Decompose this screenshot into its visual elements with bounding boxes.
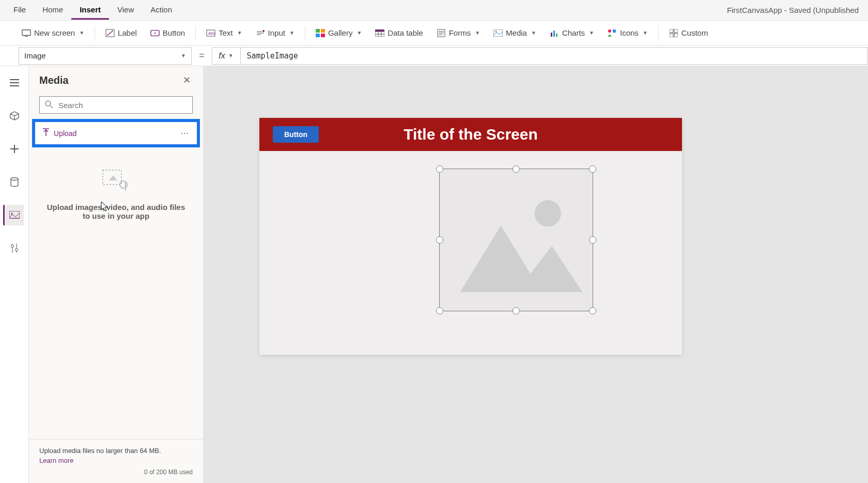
svg-rect-33	[670, 29, 673, 33]
resize-handle-mr[interactable]	[589, 236, 596, 244]
chevron-down-icon: ▼	[589, 30, 594, 36]
property-dropdown[interactable]: Image ▼	[19, 47, 192, 65]
screen-icon	[22, 28, 31, 38]
image-placeholder-icon	[440, 169, 593, 311]
menu-view[interactable]: View	[109, 1, 142, 20]
rail-tools[interactable]	[4, 238, 25, 259]
svg-text:Abc: Abc	[208, 31, 215, 36]
app-screen[interactable]: Button Title of the Screen	[259, 118, 682, 355]
svg-rect-12	[316, 29, 320, 33]
media-button[interactable]: Media ▼	[487, 25, 542, 41]
resize-handle-tm[interactable]	[513, 165, 520, 173]
charts-button[interactable]: Charts ▼	[544, 25, 600, 41]
svg-point-48	[15, 249, 18, 251]
svg-point-44	[11, 213, 12, 215]
more-icon[interactable]: ⋯	[180, 128, 190, 138]
svg-rect-34	[674, 29, 678, 33]
resize-handle-ml[interactable]	[436, 236, 443, 244]
svg-point-42	[11, 178, 18, 180]
rail-media[interactable]	[3, 205, 24, 225]
svg-rect-15	[321, 34, 325, 37]
svg-marker-54	[109, 175, 117, 180]
datatable-label: Data table	[388, 28, 423, 37]
screen-title-label[interactable]: Title of the Screen	[404, 126, 538, 143]
image-control-selected[interactable]	[439, 169, 593, 311]
empty-media-text: Upload images, video, and audio files to…	[44, 203, 188, 220]
label-label: Label	[118, 28, 137, 37]
rail-insert[interactable]	[4, 139, 25, 159]
gallery-icon	[316, 28, 325, 38]
new-screen-button[interactable]: New screen ▼	[16, 25, 90, 41]
learn-more-link[interactable]: Learn more	[39, 457, 193, 464]
chevron-down-icon: ▼	[237, 30, 242, 36]
chevron-down-icon: ▼	[475, 30, 480, 36]
fx-label: fx	[219, 51, 225, 61]
media-panel-header: Media ✕	[29, 66, 203, 92]
icons-label: Icons	[620, 28, 639, 37]
media-search-input[interactable]	[57, 100, 187, 110]
svg-rect-16	[375, 29, 384, 32]
forms-button[interactable]: Forms ▼	[430, 25, 486, 41]
menu-home[interactable]: Home	[34, 1, 71, 20]
resize-handle-bm[interactable]	[513, 307, 520, 314]
datatable-button[interactable]: Data table	[369, 25, 429, 41]
equals-sign: =	[192, 50, 212, 61]
resize-handle-bl[interactable]	[436, 307, 443, 314]
new-screen-label: New screen	[34, 28, 75, 37]
canvas-area[interactable]: Button Title of the Screen	[204, 66, 868, 483]
custom-icon	[669, 28, 678, 38]
menu-insert[interactable]: Insert	[71, 1, 109, 20]
media-icon	[493, 28, 503, 38]
formula-bar: Image ▼ = fx ▼ SampleImage	[0, 46, 868, 66]
svg-rect-14	[316, 34, 320, 37]
rail-tree-view[interactable]	[4, 105, 25, 126]
custom-button[interactable]: Custom	[663, 25, 715, 41]
button-button[interactable]: Button	[144, 25, 191, 41]
svg-line-3	[107, 31, 113, 36]
media-panel: Media ✕ Upload ⋯	[29, 66, 204, 483]
media-search[interactable]	[39, 96, 193, 114]
upload-button[interactable]: Upload ⋯	[32, 119, 200, 147]
formula-input[interactable]: SampleImage	[241, 47, 868, 65]
main-area: Media ✕ Upload ⋯	[0, 66, 868, 483]
svg-marker-32	[608, 34, 612, 37]
resize-handle-tr[interactable]	[589, 165, 596, 173]
chevron-down-icon: ▼	[79, 30, 84, 36]
svg-point-47	[11, 245, 13, 248]
separator	[95, 26, 95, 40]
resize-handle-tl[interactable]	[436, 165, 443, 173]
menubar: File Home Insert View Action FirstCanvas…	[0, 0, 868, 21]
separator	[305, 26, 305, 40]
footer-note: Upload media files no larger than 64 MB.	[39, 447, 193, 455]
svg-rect-0	[22, 29, 30, 35]
fx-button[interactable]: fx ▼	[212, 47, 241, 65]
text-button[interactable]: Abc Text ▼	[200, 25, 248, 41]
svg-rect-31	[613, 29, 616, 33]
resize-handle-br[interactable]	[589, 307, 596, 314]
label-button[interactable]: Label	[99, 25, 143, 41]
separator	[195, 26, 196, 40]
chevron-down-icon: ▼	[357, 30, 362, 36]
canvas-button-control[interactable]: Button	[273, 126, 319, 143]
gallery-button[interactable]: Gallery ▼	[309, 25, 368, 41]
media-placeholder-icon	[102, 169, 131, 193]
rail-data[interactable]	[4, 172, 25, 192]
upload-arrow-icon	[42, 128, 50, 138]
rail-hamburger[interactable]	[4, 72, 25, 93]
charts-label: Charts	[562, 28, 585, 37]
menu-action[interactable]: Action	[142, 1, 180, 20]
chevron-down-icon: ▼	[181, 53, 186, 58]
svg-point-5	[154, 32, 156, 34]
menu-items: File Home Insert View Action	[5, 1, 180, 20]
icons-button[interactable]: Icons ▼	[601, 25, 654, 41]
svg-rect-36	[674, 34, 678, 37]
text-icon: Abc	[206, 28, 215, 38]
menu-file[interactable]: File	[5, 1, 34, 20]
chevron-down-icon: ▼	[289, 30, 295, 36]
svg-line-50	[50, 105, 53, 108]
svg-rect-35	[670, 34, 673, 37]
close-icon[interactable]: ✕	[181, 72, 193, 88]
button-icon	[150, 28, 160, 38]
svg-point-30	[608, 29, 611, 33]
input-button[interactable]: Input ▼	[250, 25, 301, 41]
